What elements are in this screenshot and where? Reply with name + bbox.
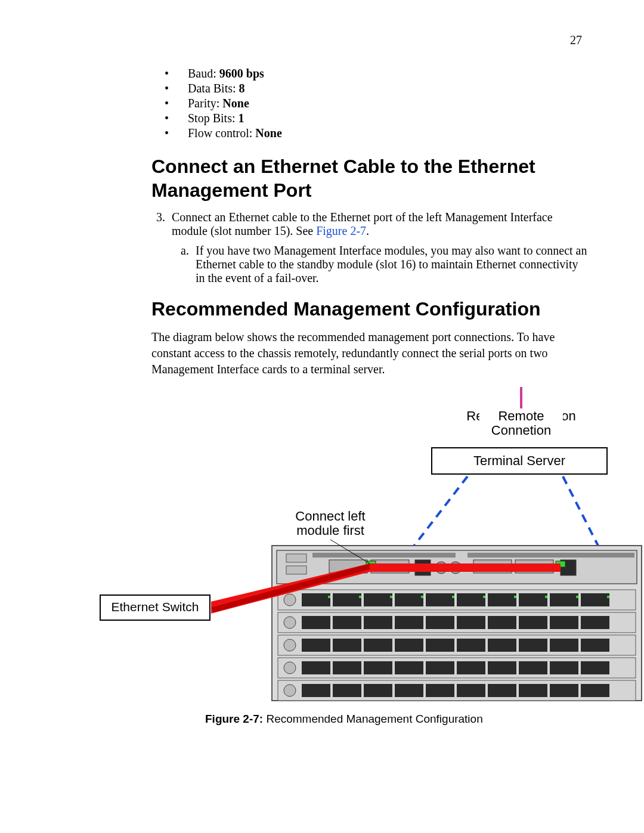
svg-rect-36 [302, 616, 330, 629]
bullet-label: Stop Bits: [188, 112, 238, 125]
svg-rect-29 [395, 593, 423, 606]
svg-rect-47 [333, 639, 361, 652]
svg-rect-61 [457, 661, 485, 674]
svg-rect-43 [519, 616, 547, 629]
svg-rect-26 [302, 593, 330, 606]
bullet-value: 9600 bps [219, 67, 264, 80]
svg-rect-64 [550, 661, 578, 674]
svg-rect-84 [576, 596, 578, 598]
connect-left-label-1: Connect left [295, 509, 365, 524]
recommended-paragraph: The diagram below shows the recommended … [151, 329, 590, 377]
figure-2-7-svg: Remote Connetion Remote Connetion Termin… [92, 387, 644, 703]
svg-rect-49 [395, 639, 423, 652]
bullet-label: Baud: [188, 67, 219, 80]
svg-rect-33 [519, 593, 547, 606]
svg-rect-38 [364, 616, 392, 629]
svg-rect-65 [581, 661, 609, 674]
list-item: Stop Bits: 1 [185, 112, 590, 125]
svg-rect-81 [483, 596, 485, 598]
page-number: 27 [570, 33, 582, 47]
svg-rect-79 [421, 596, 423, 598]
figure-caption-label: Figure 2-7: [205, 713, 263, 725]
svg-rect-71 [457, 684, 485, 697]
list-item: Baud: 9600 bps [185, 67, 590, 80]
svg-rect-44 [550, 616, 578, 629]
heading-recommended-config: Recommended Management Configuration [151, 297, 590, 321]
svg-rect-67 [333, 684, 361, 697]
svg-rect-58 [364, 661, 392, 674]
remote-connection-label-2: Connetion [491, 423, 551, 438]
svg-rect-41 [457, 616, 485, 629]
page-content: Baud: 9600 bps Data Bits: 8 Parity: None… [151, 67, 590, 726]
svg-rect-48 [364, 639, 392, 652]
bullet-label: Parity: [188, 97, 222, 110]
svg-rect-51 [457, 639, 485, 652]
connect-left-label-2: module first [296, 523, 364, 538]
list-item: Parity: None [185, 97, 590, 110]
bullet-label: Data Bits: [188, 82, 239, 95]
svg-rect-39 [395, 616, 423, 629]
bullet-value: None [222, 97, 249, 110]
steps-list: Connect an Ethernet cable to the Etherne… [151, 210, 590, 285]
serial-settings-list: Baud: 9600 bps Data Bits: 8 Parity: None… [185, 67, 590, 140]
svg-rect-40 [426, 616, 454, 629]
remote-connection-label-1: Remote [498, 408, 544, 423]
svg-rect-69 [395, 684, 423, 697]
svg-rect-68 [364, 684, 392, 697]
svg-point-21 [284, 594, 296, 606]
svg-rect-59 [395, 661, 423, 674]
svg-rect-73 [519, 684, 547, 697]
svg-rect-27 [333, 593, 361, 606]
list-item: Data Bits: 8 [185, 82, 590, 95]
svg-rect-75 [581, 684, 609, 697]
svg-rect-74 [550, 684, 578, 697]
svg-rect-70 [426, 684, 454, 697]
figure-caption: Figure 2-7: Recommended Management Confi… [205, 713, 644, 726]
svg-rect-63 [519, 661, 547, 674]
svg-rect-57 [333, 661, 361, 674]
svg-rect-35 [581, 593, 609, 606]
svg-rect-30 [426, 593, 454, 606]
svg-rect-85 [607, 596, 609, 598]
svg-rect-66 [302, 684, 330, 697]
list-item: Flow control: None [185, 126, 590, 140]
svg-rect-4 [312, 553, 456, 558]
step-text-after: . [366, 224, 369, 237]
step-3: Connect an Ethernet cable to the Etherne… [168, 210, 590, 285]
svg-rect-2 [286, 554, 306, 562]
svg-rect-32 [488, 593, 516, 606]
svg-rect-72 [488, 684, 516, 697]
svg-rect-28 [364, 593, 392, 606]
svg-rect-31 [457, 593, 485, 606]
svg-rect-62 [488, 661, 516, 674]
svg-rect-76 [328, 596, 330, 598]
figure-2-7-link[interactable]: Figure 2-7 [316, 224, 366, 237]
figure-caption-text: Recommended Management Configuration [263, 713, 483, 725]
svg-point-24 [284, 662, 296, 674]
bullet-value: 8 [239, 82, 245, 95]
bullet-value: None [255, 126, 281, 140]
page: 27 Baud: 9600 bps Data Bits: 8 Parity: N… [0, 0, 644, 833]
serial-cable-left-icon [411, 476, 467, 549]
svg-rect-56 [302, 661, 330, 674]
svg-rect-54 [550, 639, 578, 652]
bullet-label: Flow control: [188, 126, 255, 140]
substeps-list: If you have two Management Interface mod… [172, 244, 590, 285]
svg-point-25 [284, 685, 296, 696]
svg-rect-46 [302, 639, 330, 652]
svg-rect-80 [452, 596, 454, 598]
serial-cable-right-icon [563, 476, 600, 549]
bullet-value: 1 [238, 112, 244, 125]
svg-rect-37 [333, 616, 361, 629]
svg-rect-77 [359, 596, 361, 598]
svg-rect-34 [550, 593, 578, 606]
svg-rect-3 [286, 566, 306, 574]
svg-rect-82 [514, 596, 516, 598]
heading-ethernet-cable: Connect an Ethernet Cable to the Etherne… [151, 154, 590, 202]
svg-rect-50 [426, 639, 454, 652]
svg-rect-78 [390, 596, 392, 598]
terminal-server-label: Terminal Server [473, 453, 565, 468]
ethernet-switch-label: Ethernet Switch [111, 600, 199, 614]
svg-rect-83 [545, 596, 547, 598]
svg-rect-45 [581, 616, 609, 629]
